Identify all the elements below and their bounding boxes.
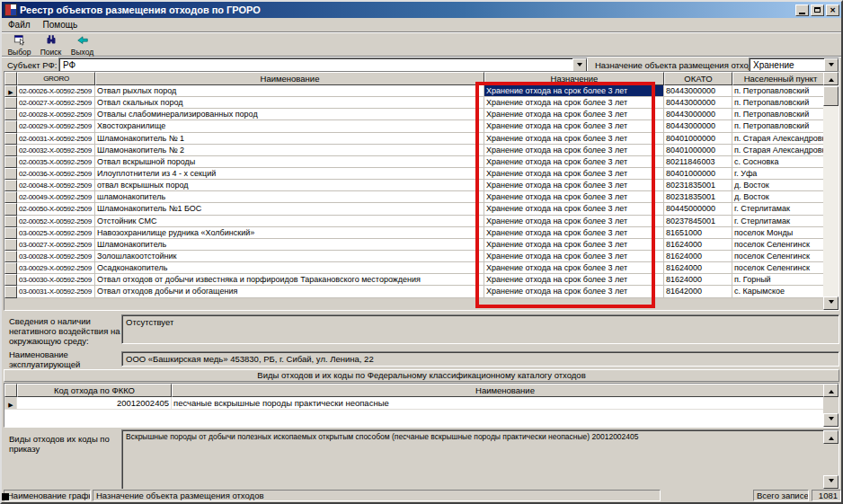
table-row[interactable]: ▶20012002405песчаные вскрышные породы пр… [4,397,839,410]
table-cell: 02-00031-X-00592-2509 [17,133,95,145]
table-row[interactable]: 02-00036-X-00592-2509Илоуплотнители из 4… [4,168,839,180]
table-cell: 80443000000 [664,120,732,132]
purpose-label: Назначение объекта размещения отходов: [595,60,765,70]
scroll-up-icon[interactable] [823,72,839,85]
table-row[interactable]: 02-00032-X-00592-2509Шламонакопитель № 2… [4,145,839,156]
fkko-header-code[interactable]: Код отхода по ФККО [17,384,172,397]
table-row[interactable]: 02-00050-X-00592-2509Шламонакопитель №1 … [4,203,839,215]
app-icon [4,4,17,16]
table-cell: д. Восток [732,180,829,191]
table-row[interactable]: 03-00029-X-00592-2509ОсадконакопительХра… [4,262,839,274]
table-cell: 02-00052-X-00592-2509 [17,216,95,227]
table-cell: 02-00032-X-00592-2509 [17,145,95,156]
order-textarea[interactable]: Вскрышные породы от добычи полезных иско… [121,429,839,490]
table-cell: 80237845001 [664,216,732,227]
row-selector [4,216,17,227]
scroll-up-icon[interactable] [823,384,839,397]
table-cell: песчаные вскрышные породы практически не… [172,397,839,410]
table-cell: Хранение отхода на срок более 3 лет [484,145,664,156]
row-selector [4,239,17,251]
table-row[interactable]: 02-00031-X-00592-2509Шламонакопитель № 1… [4,133,839,145]
table-row[interactable]: 03-00028-X-00592-2509ЗолошлакоотстойникХ… [4,251,839,262]
order-vscrollbar[interactable] [823,430,839,489]
table-cell: Отвал вскрышной породы [95,156,484,168]
main-table-header: GRORO Наименование Назначение ОКАТО Насе… [4,72,839,85]
current-row-marker: ▶ [8,402,13,408]
table-row[interactable]: 02-00028-X-00592-2509Отвалы слабоминерал… [4,109,839,120]
menu-item-help[interactable]: Помощь [37,19,84,31]
main-table-vscrollbar[interactable] [823,72,839,310]
table-cell: Хранение отхода на срок более 3 лет [484,239,664,251]
scroll-down-icon[interactable] [823,475,839,489]
table-cell: п. Старая Александровка [732,145,829,156]
fkko-header-name[interactable]: Наименование [172,384,839,397]
status-bar: Наименование графы: Назначение объекта р… [2,489,841,502]
table-cell: 80231835001 [664,180,732,191]
fkko-vscrollbar[interactable] [823,384,839,427]
scroll-up-icon[interactable] [823,430,839,444]
table-row[interactable]: 02-00035-X-00592-2509Отвал вскрышной пор… [4,156,839,168]
table-cell: 80443000000 [664,109,732,120]
table-row[interactable]: 02-00029-X-00592-2509ХвостохранилищеХран… [4,120,839,132]
table-row[interactable]: 03-00030-X-00592-2509Отвал отходов от до… [4,274,839,286]
row-selector [4,180,17,191]
search-button[interactable]: Поиск [35,34,67,57]
table-row[interactable]: ▶02-00026-X-00592-2509Отвал рыхлых пород… [4,85,839,97]
row-selector [4,133,17,145]
table-cell: п. Горный [732,274,829,286]
table-cell: д. Восток [732,191,829,203]
table-cell: п. Петропавловский [732,85,829,97]
exit-button-label: Выход [71,48,93,57]
fkko-section-title: Виды отходов и их коды по Федеральному к… [4,369,839,382]
header-okato[interactable]: ОКАТО [664,72,732,85]
org-field[interactable]: ООО «Башкирская медь» 453830, РБ, г. Сиб… [121,351,839,367]
table-row[interactable]: 03-00031-X-00592-2509Отвал отходов добыч… [4,286,839,297]
close-button[interactable]: ✕ [826,4,839,16]
table-cell: 02-00048-X-00592-2509 [17,180,95,191]
table-cell: 81624000 [664,262,732,274]
table-cell: Отвал отходов от добычи известняка и пор… [95,274,484,286]
window-title: Реестр объектов размещения отходов по ГР… [20,4,795,15]
scroll-down-icon[interactable] [823,413,839,427]
table-row[interactable]: 02-00027-X-00592-2509Отвал скальных поро… [4,97,839,109]
table-cell: 80445000000 [664,203,732,215]
table-cell: 80443000000 [664,97,732,109]
table-cell: 02-00027-X-00592-2509 [17,97,95,109]
select-button[interactable]: Выбор [4,34,35,57]
org-value: ООО «Башкирская медь» 453830, РБ, г. Сиб… [126,354,374,364]
table-row[interactable]: 03-00025-X-00592-2509Навозохранилище руд… [4,227,839,239]
table-row[interactable]: 02-00052-X-00592-2509Отстойник СМСХранен… [4,216,839,227]
restore-button[interactable] [811,4,824,16]
grid-rows: ▶02-00026-X-00592-2509Отвал рыхлых пород… [4,85,839,298]
table-cell: Хранение отхода на срок более 3 лет [484,216,664,227]
scroll-down-icon[interactable] [823,296,839,310]
scrollbar-thumb[interactable] [823,86,839,106]
minimize-button[interactable] [795,4,809,16]
header-selector [4,72,17,85]
table-cell: 81624000 [664,274,732,286]
menu-item-file[interactable]: Файл [2,19,37,31]
header-name[interactable]: Наименование [95,72,484,85]
exit-button[interactable]: Выход [67,34,98,57]
table-cell: 03-00025-X-00592-2509 [17,227,95,239]
table-cell: г. Уфа [732,168,829,180]
table-cell: 81624000 [664,251,732,262]
header-town[interactable]: Населенный пункт [732,72,829,85]
table-cell: 02-00028-X-00592-2509 [17,109,95,120]
table-row[interactable]: 03-00027-X-00592-2509ШламонакопительХран… [4,239,839,251]
row-selector [4,251,17,262]
row-selector [4,227,17,239]
table-cell: Хвостохранилище [95,120,484,132]
table-cell: Осадконакопитель [95,262,484,274]
row-selector [4,97,17,109]
row-selector [4,156,17,168]
impact-field[interactable]: Отсутствует [121,314,839,344]
table-row[interactable]: 02-00048-X-00592-2509отвал вскрышных пор… [4,180,839,191]
table-cell: Хранение отхода на срок более 3 лет [484,251,664,262]
table-row[interactable]: 02-00049-X-00592-2509шламонакопительХран… [4,191,839,203]
header-purpose[interactable]: Назначение [484,72,664,85]
subject-label: Субъект РФ: [7,60,57,70]
table-cell: 03-00030-X-00592-2509 [17,274,95,286]
header-groro[interactable]: GRORO [17,72,95,85]
table-cell: Шламонакопитель [95,239,484,251]
